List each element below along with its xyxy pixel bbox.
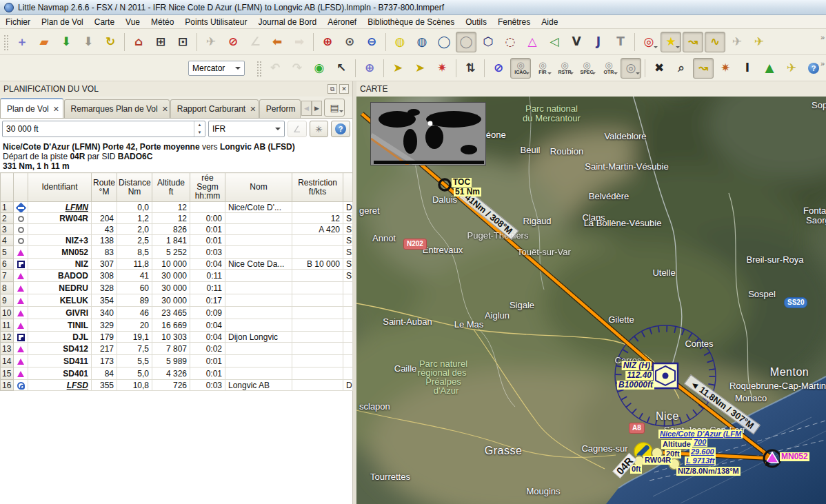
flightplan-row-LFMN[interactable]: 1LFMN0,012Nice/Cote D'...De xyxy=(1,202,353,213)
flightplan-row-KELUK[interactable]: 9KELUK3548930 0000:17 xyxy=(1,294,353,307)
flightplan-row-GIVRI[interactable]: 10GIVRI3404623 4650:09 xyxy=(1,307,353,319)
cruise-altitude-spinbox[interactable]: 30 000 ft ▲▼ xyxy=(2,121,205,137)
tab-rapport-carburant[interactable]: Rapport Carburant✕ xyxy=(170,99,259,118)
route-select-button[interactable]: ↖ xyxy=(331,58,352,79)
toolbar-overflow-icon[interactable]: » xyxy=(820,59,825,68)
tab-list-button[interactable]: ▤ xyxy=(324,99,345,117)
window-magic-button[interactable]: ✷ xyxy=(715,58,736,79)
flightplan-row-SD412[interactable]: 13SD4122177,57 8070:02 xyxy=(1,343,353,355)
flightplan-row-NEDRU[interactable]: 8NEDRU3286030 0000:11 xyxy=(1,282,353,294)
airport-empty-button[interactable]: ◯ xyxy=(434,32,454,52)
column-header[interactable]: Nom xyxy=(225,173,292,202)
adjust-altitude-button[interactable]: ∠ xyxy=(288,121,307,137)
menu-vue[interactable]: Vue xyxy=(120,16,145,28)
airspace-toggle-button[interactable]: ⊘ xyxy=(488,58,509,79)
set-destination-button[interactable]: ➤ xyxy=(410,58,430,79)
zoom-normal-button[interactable]: ⊙ xyxy=(339,32,360,52)
zoom-in-button[interactable]: ⊕ xyxy=(317,32,338,52)
flightplan-row-DJL[interactable]: 12DJL17919,110 3030:04Dijon Longvic xyxy=(1,332,353,343)
flightplan-row-MN052[interactable]: 5MN052838,55 2520:03SI xyxy=(1,246,353,259)
airspace-icao-button[interactable]: ◎ICAO xyxy=(510,58,531,79)
column-header[interactable]: Altitudeft xyxy=(152,173,190,202)
column-header[interactable]: Identifiant xyxy=(28,173,92,202)
map-canvas[interactable]: Parc nationaldu MercantourSoprPéoneValde… xyxy=(356,97,826,504)
toolbar-handle[interactable] xyxy=(4,34,8,50)
airspace-otr-button[interactable]: ◎OTR xyxy=(598,58,619,79)
toolbar-handle[interactable] xyxy=(257,60,261,77)
airport-unrated-button[interactable]: ◯ xyxy=(456,32,476,52)
column-header[interactable] xyxy=(1,173,14,202)
spinner-arrows-icon[interactable]: ▲▼ xyxy=(194,121,205,137)
flightplan-row-LFSD[interactable]: 16LFSD35510,87260:03Longvic ABDe xyxy=(1,380,353,391)
window-profile-button[interactable]: ▲ xyxy=(759,58,780,79)
redo-button[interactable]: ↷ xyxy=(287,58,308,79)
show-aircraft-button[interactable]: ✈ xyxy=(201,32,221,52)
undo-button[interactable]: ↶ xyxy=(265,58,285,79)
vor-toggle-button[interactable]: ⬡ xyxy=(478,32,498,52)
menu-a-ronef[interactable]: Aéronef xyxy=(322,16,362,28)
flightplan-settings-button[interactable]: ✳ xyxy=(310,121,329,137)
flight-rules-combo[interactable]: IFR xyxy=(208,121,285,137)
flightplan-row-NIZ+3[interactable]: 4NIZ+31382,51 8410:01SI xyxy=(1,235,353,246)
search-button[interactable]: ◉ xyxy=(309,58,330,79)
tab-close-icon[interactable]: ✕ xyxy=(162,105,168,114)
home-map-button[interactable]: ⌂ xyxy=(128,32,149,52)
flightplan-row-NIZ[interactable]: 6NIZ30711,810 0000:04Nice Cote Da...B 10… xyxy=(1,259,353,270)
save-as-button[interactable]: ⬇ xyxy=(78,32,99,52)
menu-plan-de-vol[interactable]: Plan de Vol xyxy=(36,16,89,28)
column-header[interactable]: DistanceNm xyxy=(117,173,152,202)
compass-aircraft-button[interactable]: ✈ xyxy=(749,32,769,52)
dock-float-button[interactable]: ⧉ xyxy=(328,84,337,94)
menu-aide[interactable]: Aide xyxy=(536,16,563,28)
window-aircraft-button[interactable]: ✈ xyxy=(781,58,802,79)
menu-fen-tres[interactable]: Fenêtres xyxy=(492,16,536,28)
map-back-button[interactable]: ⬅ xyxy=(267,32,288,52)
menu-points-utilisateur[interactable]: Points Utilisateur xyxy=(179,16,252,28)
window-search-button[interactable]: ⌕ xyxy=(671,58,692,79)
airspace-fir-button[interactable]: ◎FIR xyxy=(532,58,553,79)
center-aircraft-button[interactable]: ⊘ xyxy=(223,32,243,52)
new-flightplan-button[interactable]: ＋ xyxy=(12,32,32,52)
reset-flightplan-button[interactable]: ↻ xyxy=(100,32,121,52)
flightplan-help-button[interactable]: ? xyxy=(331,121,350,137)
airport-hard-button[interactable]: ◍ xyxy=(390,32,410,52)
measure-toggle-button[interactable]: ∿ xyxy=(705,32,725,52)
zoom-out-button[interactable]: ⊖ xyxy=(361,32,382,52)
center-route-button[interactable]: ⊡ xyxy=(172,32,193,52)
add-position-button[interactable]: ⊕ xyxy=(359,58,380,79)
tab-scroll-left-button[interactable]: ◀ xyxy=(301,101,312,116)
ai-aircraft-button[interactable]: ✈ xyxy=(727,32,747,52)
window-info-button[interactable]: I xyxy=(737,58,758,79)
flightplan-row-TINIL[interactable]: 11TINIL3292016 6690:04 xyxy=(1,319,353,332)
toolbar-overflow-icon[interactable]: » xyxy=(820,33,825,41)
adjust-altitude-button[interactable]: ⇅ xyxy=(460,58,481,79)
tracks-button[interactable]: T xyxy=(610,32,631,52)
tab-plan-de-vol[interactable]: Plan de Vol✕ xyxy=(0,98,63,118)
waypoint-toggle-button[interactable]: △ xyxy=(522,32,543,52)
menu-journal-de-bord[interactable]: Journal de Bord xyxy=(252,16,322,28)
flightplan-row-SD401[interactable]: 15SD401845,04 3260:01 xyxy=(1,367,353,380)
flightplan-row-RW04R[interactable]: 2RW04R2041,2120:0012SI xyxy=(1,213,353,224)
airway-victor-button[interactable]: V xyxy=(566,32,587,52)
menu-outils[interactable]: Outils xyxy=(460,16,492,28)
column-header[interactable] xyxy=(343,173,353,202)
tab-remarques-plan-de-vol[interactable]: Remarques Plan de Vol✕ xyxy=(64,99,170,118)
flightplan-row-3[interactable]: 3432,08260:01A 420SI xyxy=(1,224,353,235)
column-header[interactable] xyxy=(14,173,28,202)
userpoint-toggle-button[interactable]: ◎ xyxy=(638,32,659,52)
center-rect-button[interactable]: ⊞ xyxy=(150,32,171,52)
route-toggle-button[interactable]: ↝ xyxy=(683,32,703,52)
menu-fichier[interactable]: Fichier xyxy=(0,16,36,28)
menu-biblioth-que-de-sc-nes[interactable]: Bibliothèque de Scènes xyxy=(362,16,460,28)
column-header[interactable]: Route°M xyxy=(92,173,117,202)
set-departure-button[interactable]: ➤ xyxy=(387,58,408,79)
tab-scroll-right-button[interactable]: ▶ xyxy=(312,101,322,116)
tab-close-icon[interactable]: ✕ xyxy=(250,105,256,114)
window-route-button[interactable]: ↝ xyxy=(693,58,714,79)
window-fullscreen-button[interactable]: ✖ xyxy=(649,58,669,79)
airspace-rstr-button[interactable]: ◎RSTR xyxy=(554,58,575,79)
airport-soft-button[interactable]: ◍ xyxy=(412,32,432,52)
airspace-altitude-button[interactable]: ◎ xyxy=(621,58,641,79)
tab-close-icon[interactable]: ✕ xyxy=(53,105,59,114)
magic-route-button[interactable]: ✷ xyxy=(432,58,452,79)
